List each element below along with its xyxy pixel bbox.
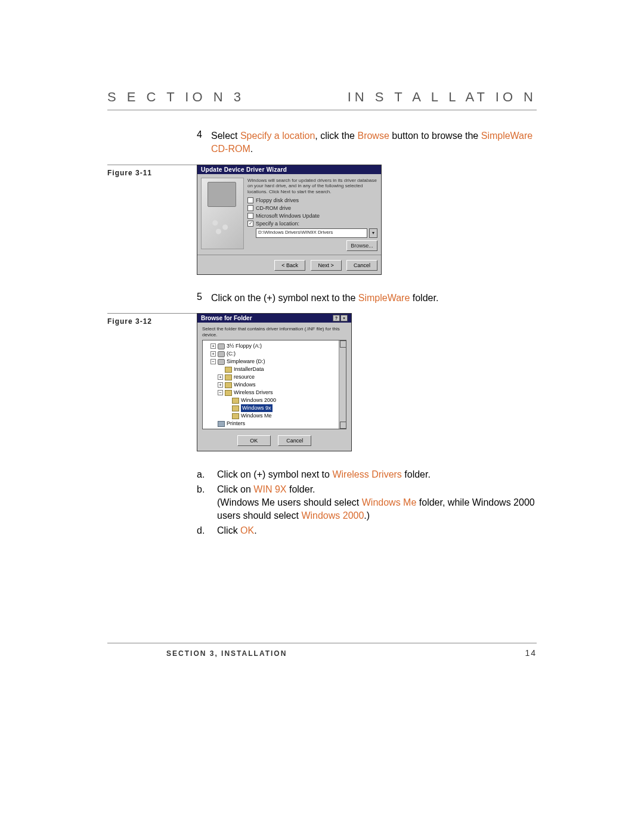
collapse-icon[interactable]: − xyxy=(210,359,216,364)
text: .) xyxy=(364,510,370,521)
step-5-text: Click on the (+) symbol next to the Simp… xyxy=(211,292,438,305)
substep-letter: d. xyxy=(197,524,217,537)
tree-node-installerdata[interactable]: InstallerData xyxy=(234,366,264,373)
dialog-titlebar: Browse for Folder ? × xyxy=(197,314,351,323)
text: Click xyxy=(217,525,240,535)
text: , click the xyxy=(315,131,357,141)
folder-icon xyxy=(232,413,239,419)
tree-node-windows-2000[interactable]: Windows 2000 xyxy=(241,397,276,404)
folder-tree[interactable]: +3½ Floppy (A:) +(C:) −Simpleware (D:) I… xyxy=(202,340,346,429)
highlight-windows-me: Windows Me xyxy=(362,497,417,507)
text: folder. xyxy=(402,469,431,479)
checkbox-icon xyxy=(247,213,253,219)
close-window-button[interactable]: × xyxy=(340,315,348,321)
highlight-specify-location: Specify a location xyxy=(240,131,315,141)
expand-icon[interactable]: + xyxy=(218,374,223,380)
highlight-ok: OK xyxy=(240,525,254,535)
checkbox-icon xyxy=(247,221,253,227)
tree-node-printers[interactable]: Printers xyxy=(227,420,245,428)
highlight-windows-2000: Windows 2000 xyxy=(301,510,364,521)
tree-node-floppy[interactable]: 3½ Floppy (A:) xyxy=(227,342,262,350)
step-4-number: 4 xyxy=(197,129,211,140)
tree-node-control-panel[interactable]: Control Panel xyxy=(227,428,259,429)
wizard-graphic xyxy=(201,178,244,249)
expand-icon[interactable]: + xyxy=(218,382,223,388)
checkbox-icon xyxy=(247,205,253,211)
cancel-button[interactable]: Cancel xyxy=(346,260,377,271)
text: . xyxy=(254,525,256,535)
step-4-text: Select Specify a location, click the Bro… xyxy=(211,129,537,156)
tree-node-windows[interactable]: Windows xyxy=(234,381,256,389)
figure-3-11: Figure 3-11 Update Device Driver Wizard … xyxy=(107,165,537,275)
substep-letter: b. xyxy=(197,483,217,523)
folder-icon xyxy=(225,374,232,380)
next-button[interactable]: Next > xyxy=(311,260,342,271)
figure-3-11-label: Figure 3-11 xyxy=(107,169,197,177)
tree-node-wireless-drivers[interactable]: Wireless Drivers xyxy=(234,389,273,397)
expand-icon[interactable]: + xyxy=(210,351,216,357)
figure-3-12-label: Figure 3-12 xyxy=(107,317,197,326)
browse-button[interactable]: Browse... xyxy=(346,240,377,251)
figure-label-col: Figure 3-12 xyxy=(107,313,197,326)
highlight-win9x: WIN 9X xyxy=(253,484,286,494)
cancel-button[interactable]: Cancel xyxy=(278,435,311,446)
browse-for-folder-dialog: Browse for Folder ? × Select the folder … xyxy=(197,313,352,451)
expand-icon[interactable]: + xyxy=(210,343,216,349)
header-section: S E C T IO N 3 xyxy=(107,89,244,105)
text: Click on (+) symbol next to xyxy=(217,469,332,479)
tree-node-resource[interactable]: resource xyxy=(234,373,255,381)
control-panel-icon xyxy=(218,429,225,430)
tree-node-simpleware-d[interactable]: Simpleware (D:) xyxy=(227,358,265,366)
tree-node-windows-9x-selected[interactable]: Windows 9x xyxy=(241,404,273,412)
substep-letter: a. xyxy=(197,468,217,481)
folder-icon xyxy=(232,405,239,411)
update-driver-wizard-dialog: Update Device Driver Wizard Windows will… xyxy=(197,165,382,275)
tree-node-c[interactable]: (C:) xyxy=(227,350,236,358)
collapse-icon[interactable]: − xyxy=(218,390,223,395)
text: folder. xyxy=(286,484,315,494)
checkbox-floppy[interactable]: Floppy disk drives xyxy=(247,197,377,203)
figure-3-12: Figure 3-12 Browse for Folder ? × Select… xyxy=(107,313,537,451)
step-4: 4 Select Specify a location, click the B… xyxy=(197,129,537,156)
cd-icon xyxy=(218,359,225,365)
checkbox-label: Microsoft Windows Update xyxy=(256,213,320,219)
location-path-input[interactable]: D:\Windows Drivers\WIN9X Drivers xyxy=(256,228,367,238)
folder-icon xyxy=(225,367,232,373)
text: Click on the (+) symbol next to the xyxy=(211,293,358,303)
folder-icon xyxy=(232,398,239,404)
checkbox-specify-location[interactable]: Specify a location: xyxy=(247,221,377,227)
printers-icon xyxy=(218,421,225,427)
dialog-titlebar: Update Device Driver Wizard xyxy=(197,165,381,174)
help-window-button[interactable]: ? xyxy=(333,315,340,321)
checkbox-label: CD-ROM drive xyxy=(256,205,291,211)
sub-steps: a. Click on (+) symbol next to Wireless … xyxy=(197,468,537,537)
tree-node-windows-me[interactable]: Windows Me xyxy=(241,412,272,420)
wizard-description: Windows will search for updated drivers … xyxy=(247,178,377,195)
text: Click on xyxy=(217,484,253,494)
figure-3-12-image: Browse for Folder ? × Select the folder … xyxy=(197,313,537,451)
drive-icon xyxy=(218,351,225,357)
page-footer: SECTION 3, INSTALLATION 14 xyxy=(107,643,537,658)
checkbox-label: Specify a location: xyxy=(256,221,299,227)
checkbox-windows-update[interactable]: Microsoft Windows Update xyxy=(247,213,377,219)
substep-a: a. Click on (+) symbol next to Wireless … xyxy=(197,468,537,481)
page-content: S E C T IO N 3 IN S T A L L AT IO N 4 Se… xyxy=(107,89,537,538)
text: . xyxy=(250,144,253,154)
step-5: 5 Click on the (+) symbol next to the Si… xyxy=(197,292,537,305)
dialog-title-text: Browse for Folder xyxy=(201,315,252,321)
text: button to browse the xyxy=(389,131,481,141)
footer-page-number: 14 xyxy=(525,648,537,658)
text: folder. xyxy=(410,293,438,303)
back-button[interactable]: < Back xyxy=(274,260,305,271)
text: (Windows Me users should select xyxy=(217,497,362,507)
substep-b: b. Click on WIN 9X folder. (Windows Me u… xyxy=(197,483,537,523)
checkbox-cdrom[interactable]: CD-ROM drive xyxy=(247,205,377,211)
figure-label-col: Figure 3-11 xyxy=(107,165,197,177)
step-5-number: 5 xyxy=(197,292,211,302)
checkbox-label: Floppy disk drives xyxy=(256,197,299,203)
scrollbar[interactable] xyxy=(339,340,346,429)
dropdown-button[interactable]: ▾ xyxy=(369,228,377,238)
checkbox-icon xyxy=(247,197,253,203)
ok-button[interactable]: OK xyxy=(237,435,271,446)
page-header: S E C T IO N 3 IN S T A L L AT IO N xyxy=(107,89,537,110)
